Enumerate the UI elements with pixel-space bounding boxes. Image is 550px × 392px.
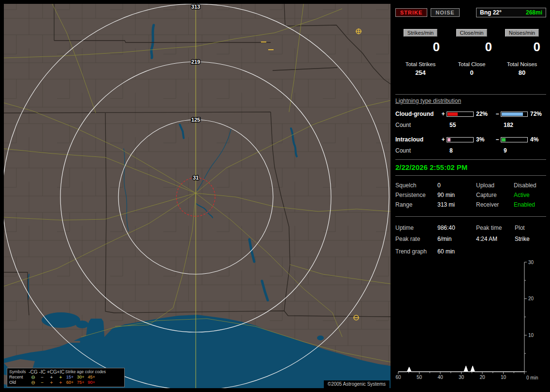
intracloud-row: Intracloud + 3% − 4% — [395, 134, 546, 145]
trend-graph-label: Trend graph — [395, 248, 437, 255]
ic-minus-pct: 4% — [528, 136, 546, 143]
ring-label-31: 31 — [193, 175, 199, 181]
peak-rate-label: Peak rate — [395, 236, 437, 242]
close-per-min-button[interactable]: Close/min — [456, 29, 488, 37]
plot-value: Strike — [515, 236, 546, 242]
age-90: 90+ — [88, 380, 95, 385]
cg-minus-pct: 72% — [528, 111, 546, 117]
legend-recent-label: Recent — [9, 375, 29, 380]
legend-col-pic: +IC — [56, 369, 65, 375]
bearing-value: Bng 22° — [480, 9, 502, 16]
datetime-display: 2/22/2026 2:55:02 PM — [395, 163, 467, 171]
recent-pcg-icon: + — [47, 375, 56, 380]
ic-plus-count: 8 — [447, 147, 474, 154]
svg-text:30: 30 — [528, 260, 534, 265]
total-strikes-value: 254 — [395, 69, 446, 76]
capture-value: Active — [514, 192, 546, 198]
range-label: Range — [395, 201, 437, 208]
total-noises-label: Total Noises — [498, 61, 546, 67]
minus-sign: − — [494, 136, 501, 143]
close-per-min-value: 0 — [446, 40, 498, 55]
upload-value: Disabled — [514, 182, 546, 189]
total-close-value: 0 — [446, 69, 498, 76]
svg-text:10: 10 — [528, 333, 534, 338]
cg-minus-bar — [501, 112, 528, 117]
legend-col-pcg: +CG — [47, 369, 56, 375]
recent-pic-icon: + — [56, 375, 65, 380]
status-section: Uptime 986:40 Peak time Plot Peak rate 6… — [395, 222, 546, 244]
map-canvas[interactable]: 313 219 125 31 Symbols -CG -IC +CG +IC S… — [4, 4, 391, 388]
peak-time-value: 4:24 AM — [476, 236, 515, 242]
age-60: 60+ — [66, 380, 73, 385]
trend-graph: 605040302010102030 0 min — [395, 259, 546, 385]
svg-text:50: 50 — [417, 375, 422, 380]
noises-per-min-button[interactable]: Noises/min — [505, 29, 539, 37]
legend-col-ncg: -CG — [29, 369, 38, 375]
minus-sign: − — [494, 111, 501, 117]
lightning-map: 313 219 125 31 — [4, 4, 391, 388]
separator — [395, 175, 546, 176]
ic-plus-pct: 3% — [474, 136, 494, 143]
intracloud-count-row: Count 8 9 — [395, 145, 546, 156]
uptime-label: Uptime — [395, 224, 437, 231]
squelch-label: Squelch — [395, 182, 437, 189]
receiver-value: Enabled — [514, 201, 546, 208]
cg-plus-bar — [447, 112, 474, 117]
graph-ticks: 605040302010102030 — [395, 260, 534, 380]
legend-col-nic: -IC — [38, 369, 47, 375]
ic-minus-bar — [501, 137, 528, 142]
ic-plus-bar-fill — [448, 138, 450, 141]
upload-label: Upload — [476, 182, 514, 189]
old-nic-icon: − — [38, 380, 47, 385]
settings-section: Squelch 0 Upload Disabled Persistence 90… — [395, 181, 546, 210]
map-legend: Symbols -CG -IC +CG +IC Strike age color… — [7, 368, 125, 387]
cloud-ground-label: Cloud-ground — [395, 111, 440, 117]
old-pic-icon: + — [56, 380, 65, 385]
copyright-text: ©2005 Astrogenic Systems — [324, 380, 390, 388]
ic-plus-bar — [447, 137, 474, 142]
uptime-value: 986:40 — [437, 224, 476, 231]
plus-sign: + — [440, 136, 447, 143]
side-panel: STRIKE NOISE Bng 22° 268mi Strikes/min 0… — [395, 4, 546, 388]
noise-button[interactable]: NOISE — [431, 8, 459, 17]
bearing-readout: Bng 22° 268mi — [476, 8, 546, 17]
count-label: Count — [395, 147, 440, 154]
peak-rate-value: 6/min — [437, 236, 476, 242]
receiver-label: Receiver — [476, 201, 514, 208]
cg-minus-count: 182 — [501, 122, 528, 128]
distribution-title: Lightning type distribution — [395, 98, 546, 104]
ring-label-313: 313 — [191, 4, 200, 10]
strikes-column: Strikes/min 0 Total Strikes 254 — [395, 29, 446, 76]
cg-plus-count: 55 — [447, 122, 474, 128]
svg-text:30: 30 — [459, 375, 464, 380]
recent-ncg-icon: ⊖ — [29, 375, 38, 380]
total-close-label: Total Close — [446, 61, 498, 67]
graph-axes — [398, 262, 524, 372]
noises-per-min-value: 0 — [498, 40, 546, 55]
intracloud-label: Intracloud — [395, 136, 440, 143]
peak-time-label: Peak time — [476, 224, 515, 231]
toolbar: STRIKE NOISE Bng 22° 268mi — [395, 8, 546, 17]
old-ncg-icon: ⊖ — [29, 380, 38, 385]
trend-header: Trend graph 60 min — [395, 248, 455, 255]
cg-plus-pct: 22% — [474, 111, 494, 117]
persistence-label: Persistence — [395, 192, 437, 198]
ic-minus-count: 9 — [501, 147, 528, 154]
legend-old-label: Old — [9, 380, 29, 385]
separator — [395, 216, 546, 217]
total-strikes-label: Total Strikes — [395, 61, 446, 67]
total-noises-value: 80 — [498, 69, 546, 76]
cloud-ground-count-row: Count 55 182 — [395, 119, 546, 131]
bearing-distance: 268mi — [526, 9, 542, 16]
recent-nic-icon: − — [38, 375, 47, 380]
rates-section: Strikes/min 0 Total Strikes 254 Close/mi… — [395, 29, 546, 76]
strikes-per-min-button[interactable]: Strikes/min — [404, 29, 437, 37]
cloud-ground-row: Cloud-ground + 22% − 72% — [395, 109, 546, 119]
persistence-value: 90 min — [437, 192, 476, 198]
settings-row: Persistence 90 min Capture Active — [395, 190, 546, 200]
strike-button[interactable]: STRIKE — [395, 8, 427, 17]
legend-recent-row: Recent ⊖ − + + 15+ 30+ 45+ — [9, 375, 122, 380]
old-pcg-icon: + — [47, 380, 56, 385]
noises-column: Noises/min 0 Total Noises 80 — [498, 29, 546, 76]
capture-label: Capture — [476, 192, 514, 198]
